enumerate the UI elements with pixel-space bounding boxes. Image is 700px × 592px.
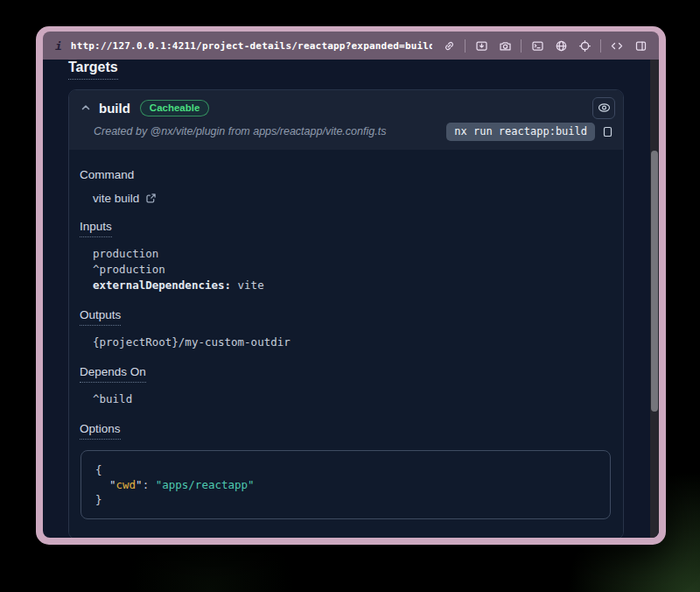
command-label: Command (80, 168, 134, 181)
outputs-section: Outputs {projectRoot}/my-custom-outdir (80, 307, 611, 350)
input-key: externalDependencies: (93, 278, 231, 292)
link-icon[interactable] (441, 38, 457, 53)
toolbar-divider (465, 39, 466, 53)
target-name: build (99, 101, 130, 116)
build-target-card: build Cacheable Created by @nx/vite/plug… (68, 89, 624, 538)
options-section: Options { "cwd": "apps/reactapp" } (80, 420, 611, 519)
command-section: Command vite build (80, 166, 611, 205)
build-target-header: build Cacheable Created by @nx/vite/plug… (69, 90, 623, 150)
build-header-row[interactable]: build Cacheable (80, 95, 615, 120)
info-icon: i (55, 39, 62, 53)
input-item: production (93, 246, 611, 262)
split-panel-icon[interactable] (633, 38, 648, 53)
cacheable-badge: Cacheable (140, 100, 210, 116)
run-command-chip: nx run reactapp:build (446, 123, 595, 141)
output-item: {projectRoot}/my-custom-outdir (93, 335, 611, 350)
input-value: vite (231, 278, 264, 292)
browser-window: i http://127.0.0.1:4211/project-details/… (36, 26, 666, 545)
scrollbar-thumb[interactable] (651, 151, 658, 412)
created-by-text: Created by @nx/vite/plugin from apps/rea… (94, 125, 386, 137)
json-value: "apps/reactapp" (156, 478, 255, 491)
depends-on-item: ^build (93, 391, 611, 407)
code-line: { (95, 462, 596, 477)
build-target-details: Command vite build Inputs production (69, 150, 623, 538)
command-value: vite build (93, 192, 139, 205)
build-header-subrow: Created by @nx/vite/plugin from apps/rea… (80, 120, 615, 143)
depends-on-section: Depends On ^build (80, 363, 611, 407)
input-item: ^production (93, 262, 611, 278)
options-label[interactable]: Options (80, 422, 121, 440)
copy-icon[interactable] (602, 125, 613, 138)
code-line: } (95, 492, 596, 507)
outputs-label[interactable]: Outputs (80, 308, 121, 326)
external-link-icon[interactable] (145, 193, 157, 204)
chevron-up-icon[interactable] (80, 102, 91, 113)
code-line: "cwd": "apps/reactapp" (95, 477, 596, 492)
code-icon[interactable] (609, 38, 625, 53)
scrollbar-track[interactable] (650, 60, 659, 538)
toolbar-divider (600, 39, 601, 53)
target-icon[interactable] (577, 38, 592, 53)
inputs-section: Inputs production ^production externalDe… (80, 218, 611, 293)
url-bar[interactable]: http://127.0.0.1:4211/project-details/re… (71, 40, 432, 52)
view-target-graph-button[interactable] (592, 97, 615, 119)
globe-icon[interactable] (553, 38, 569, 53)
terminal-icon[interactable] (529, 38, 545, 53)
inputs-label[interactable]: Inputs (80, 220, 112, 237)
options-code-block: { "cwd": "apps/reactapp" } (80, 450, 611, 519)
input-item: externalDependencies: vite (93, 278, 611, 293)
depends-on-label[interactable]: Depends On (80, 365, 146, 383)
targets-heading[interactable]: Targets (68, 60, 118, 80)
download-icon[interactable] (473, 38, 489, 53)
project-details-viewport: Targets build Cacheable (43, 60, 659, 538)
camera-icon[interactable] (497, 38, 513, 53)
toolbar-divider (521, 39, 522, 53)
json-key: cwd (116, 478, 136, 491)
titlebar-toolbar (441, 38, 648, 53)
browser-titlebar: i http://127.0.0.1:4211/project-details/… (43, 32, 659, 60)
